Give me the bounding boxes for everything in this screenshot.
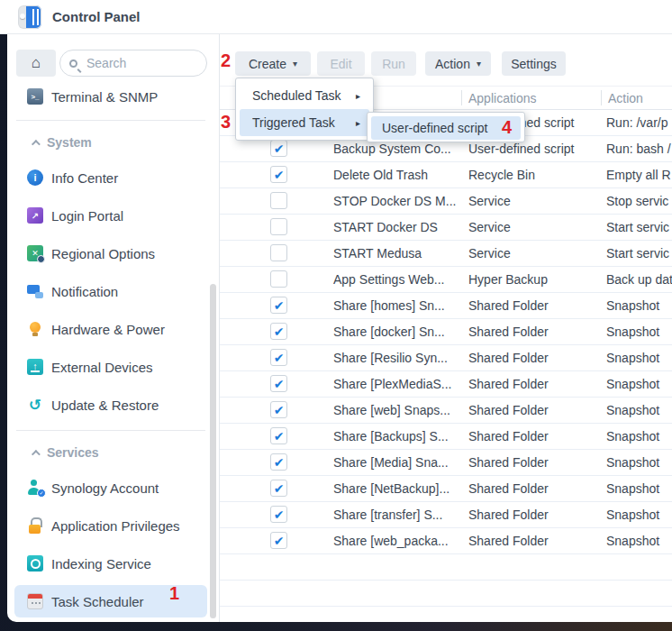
task-action-cell: Stop servic (606, 188, 672, 215)
task-action-cell: Start servic (606, 215, 672, 241)
task-action-cell: Snapshot (606, 398, 672, 424)
home-button[interactable]: ⌂ (16, 50, 56, 77)
task-action-cell: Snapshot (606, 450, 672, 476)
sidebar-item-notification[interactable]: Notification (14, 279, 207, 304)
run-button[interactable]: Run (371, 51, 416, 76)
submenu-item-label: User-defined script (382, 121, 488, 135)
edit-button[interactable]: Edit (317, 51, 365, 76)
sidebar-scrollbar[interactable] (210, 284, 216, 618)
sidebar-item-terminal-snmp[interactable]: >_Terminal & SNMP (14, 83, 207, 110)
task-row[interactable]: START Docker DSServiceStart servic (220, 215, 672, 241)
external-devices-icon-glyph: ↑ (32, 361, 38, 371)
group-header-system[interactable]: System (14, 132, 207, 153)
task-enabled-checkbox[interactable] (270, 270, 287, 288)
task-name-cell: Share [NetBackup]... (333, 476, 458, 502)
task-row[interactable]: ✔Share [Backups] S...Shared FolderSnapsh… (220, 424, 672, 450)
task-application-cell: Shared Folder (468, 502, 596, 528)
task-action-cell: Snapshot (606, 502, 672, 528)
column-separator (461, 90, 462, 105)
submenu-item-user-defined-script[interactable]: User-defined script (371, 116, 521, 140)
task-row[interactable]: ✔Share [PlexMediaS...Shared FolderSnapsh… (220, 371, 672, 398)
column-header-applications[interactable]: Applications (468, 87, 537, 109)
sidebar-item-hardware-power[interactable]: Hardware & Power (14, 316, 207, 342)
task-enabled-checkbox[interactable]: ✔ (270, 532, 287, 549)
hardware-power-icon (27, 321, 43, 337)
search-box[interactable] (59, 50, 207, 77)
action-button[interactable]: Action▾ (425, 51, 491, 76)
task-enabled-checkbox[interactable]: ✔ (270, 349, 287, 366)
group-label: Services (47, 445, 99, 460)
group-header-services[interactable]: Services (14, 442, 207, 463)
task-application-cell: Shared Folder (468, 293, 596, 319)
task-name-cell: Share [PlexMediaS... (333, 371, 458, 398)
settings-button[interactable]: Settings (502, 51, 566, 76)
task-enabled-checkbox[interactable] (270, 218, 287, 235)
task-row[interactable]: ✔Share [Media] Sna...Shared FolderSnapsh… (220, 450, 672, 476)
task-enabled-checkbox[interactable]: ✔ (270, 453, 287, 471)
search-icon (69, 59, 77, 68)
chevron-up-icon (32, 449, 41, 458)
task-row[interactable]: ✔Delete Old TrashRecycle BinEmpty all R (220, 162, 672, 188)
task-row[interactable]: ✔Share [docker] Sn...Shared FolderSnapsh… (220, 319, 672, 345)
task-enabled-checkbox[interactable]: ✔ (270, 140, 287, 157)
task-name-cell: START Medusa (333, 241, 458, 267)
task-row[interactable]: App Settings Web...Hyper BackupBack up d… (220, 267, 672, 293)
task-enabled-checkbox[interactable]: ✔ (270, 375, 287, 392)
task-name-cell: START Docker DS (333, 215, 458, 241)
sidebar-item-login-portal[interactable]: ↗Login Portal (14, 203, 207, 228)
task-enabled-checkbox[interactable] (270, 192, 287, 209)
synology-account-icon: ✓ (27, 480, 43, 496)
control-panel-icon (18, 5, 41, 29)
sidebar-item-indexing-service[interactable]: Indexing Service (14, 551, 207, 576)
sidebar-item-application-privileges[interactable]: Application Privileges (14, 513, 207, 538)
task-name-cell: Share [homes] Sn... (333, 293, 458, 319)
sidebar-item-external-devices[interactable]: ↑External Devices (14, 354, 207, 380)
sidebar-item-info-center[interactable]: iInfo Center (14, 165, 207, 190)
task-action-cell: Snapshot (606, 371, 672, 398)
task-row[interactable]: ✔Share [NetBackup]...Shared FolderSnapsh… (220, 476, 672, 502)
sidebar-item-label: Notification (51, 284, 118, 299)
task-name-cell: Share [transfer] S... (333, 502, 458, 528)
button-label: Run (382, 57, 405, 71)
task-name-cell: Share [docker] Sn... (333, 319, 458, 345)
search-input[interactable] (85, 55, 184, 71)
column-header-action[interactable]: Action (608, 87, 643, 109)
task-enabled-checkbox[interactable]: ✔ (270, 323, 287, 340)
update-restore-icon-glyph: ↺ (29, 396, 41, 415)
task-row[interactable]: ✔Share [web] Snaps...Shared FolderSnapsh… (220, 398, 672, 424)
task-name-cell: Share [web] Snaps... (333, 398, 458, 424)
create-button[interactable]: Create▾ (235, 51, 311, 76)
login-portal-icon: ↗ (27, 207, 43, 224)
task-action-cell: Snapshot (606, 528, 672, 554)
sidebar-item-regional-options[interactable]: ✕Regional Options (14, 241, 207, 266)
task-action-cell: Run: /var/p (606, 110, 672, 136)
task-application-cell: Shared Folder (468, 528, 596, 554)
task-enabled-checkbox[interactable] (270, 244, 287, 261)
task-enabled-checkbox[interactable]: ✔ (270, 480, 287, 497)
task-row[interactable]: ✔Share [Resilio Syn...Shared FolderSnaps… (220, 345, 672, 371)
task-row[interactable]: ✔Share [homes] Sn...Shared FolderSnapsho… (220, 293, 672, 319)
sidebar-item-synology-account[interactable]: ✓Synology Account (14, 475, 207, 500)
task-enabled-checkbox[interactable]: ✔ (270, 166, 287, 183)
task-row[interactable]: ✔Share [web_packa...Shared FolderSnapsho… (220, 528, 672, 554)
annotation-2: 2 (221, 51, 231, 69)
button-label: Action (435, 57, 470, 71)
sidebar-item-update-restore[interactable]: ↺Update & Restore (14, 392, 207, 417)
task-application-cell: Service (468, 215, 596, 241)
task-action-cell: Start servic (606, 241, 672, 267)
task-name-cell: Share [Media] Sna... (333, 450, 458, 476)
task-row[interactable]: STOP Docker DS M...ServiceStop servic (220, 188, 672, 215)
menu-item-scheduled-task[interactable]: Scheduled Task▸ (240, 82, 369, 109)
task-enabled-checkbox[interactable]: ✔ (270, 506, 287, 523)
task-row[interactable]: ✔Share [transfer] S...Shared FolderSnaps… (220, 502, 672, 528)
task-row[interactable]: START MedusaServiceStart servic (220, 241, 672, 267)
sidebar: ⌂ >_Terminal & SNMPSystemiInfo Center↗Lo… (7, 34, 220, 622)
empty-row (220, 554, 672, 581)
task-enabled-checkbox[interactable]: ✔ (270, 297, 287, 314)
synology-account-icon-glyph: ✓ (37, 489, 46, 498)
task-application-cell: Recycle Bin (468, 162, 596, 188)
task-enabled-checkbox[interactable]: ✔ (270, 427, 287, 444)
menu-item-triggered-task[interactable]: Triggered Task▸ (240, 109, 369, 136)
task-enabled-checkbox[interactable]: ✔ (270, 401, 287, 418)
desktop-background: Control Panel ⌂ >_Terminal & SNMPSystemi… (0, 0, 672, 631)
